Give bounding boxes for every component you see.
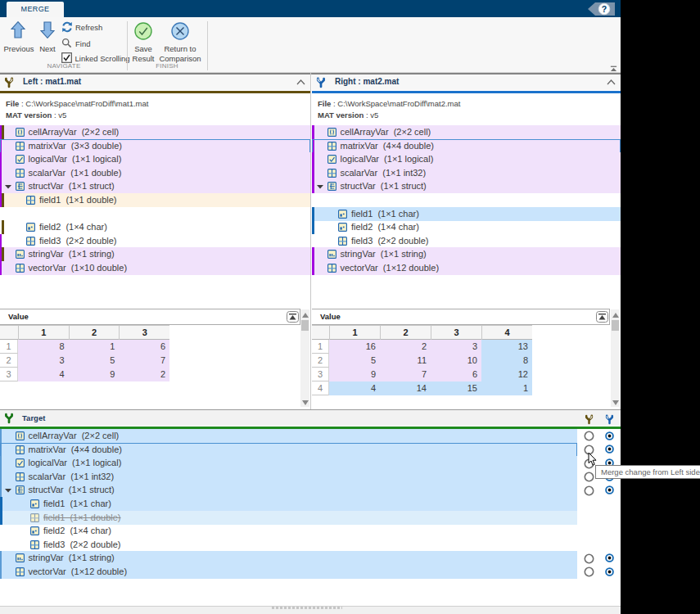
svg-text:?: ? <box>602 4 607 14</box>
